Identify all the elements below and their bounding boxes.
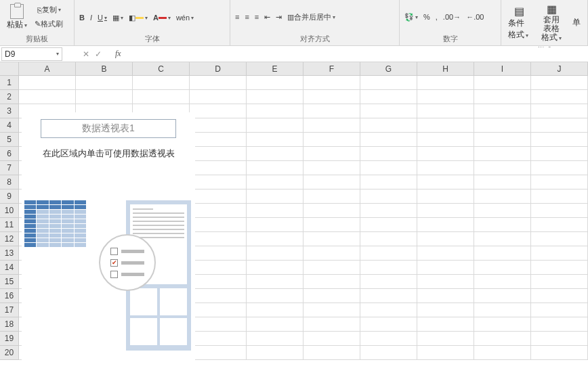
cell[interactable] — [417, 332, 474, 346]
cell[interactable] — [474, 161, 531, 175]
cell[interactable] — [190, 204, 247, 218]
row-header-14[interactable]: 14 — [0, 261, 19, 275]
cell[interactable] — [417, 246, 474, 261]
decrease-decimal-button[interactable]: ←.00 — [464, 10, 486, 24]
row-header-16[interactable]: 16 — [0, 289, 19, 303]
cell[interactable] — [303, 76, 360, 90]
cell[interactable] — [474, 104, 531, 118]
cell[interactable] — [417, 189, 474, 204]
cell[interactable] — [417, 289, 474, 303]
formula-input[interactable] — [121, 47, 588, 61]
cell[interactable] — [417, 147, 474, 161]
cell[interactable] — [360, 133, 417, 147]
row-header-8[interactable]: 8 — [0, 175, 19, 189]
cell[interactable] — [190, 346, 247, 360]
cell[interactable] — [360, 246, 417, 261]
col-header-C[interactable]: C — [133, 62, 190, 76]
cell[interactable] — [247, 317, 303, 332]
cancel-formula-button[interactable]: ✕ — [83, 49, 89, 59]
cell[interactable] — [474, 189, 531, 204]
cell[interactable] — [303, 90, 360, 104]
cell[interactable] — [417, 261, 474, 275]
cell[interactable] — [531, 104, 588, 118]
cell[interactable] — [360, 147, 417, 161]
copy-button[interactable]: ⎘ 复制▾ — [33, 3, 65, 17]
cell[interactable] — [360, 317, 417, 332]
row-header-3[interactable]: 3 — [0, 104, 19, 118]
cell[interactable] — [303, 161, 360, 175]
cell[interactable] — [303, 147, 360, 161]
name-box[interactable]: D9 ▾ — [1, 47, 62, 61]
cell[interactable] — [531, 261, 588, 275]
cell[interactable] — [474, 317, 531, 332]
col-header-E[interactable]: E — [247, 62, 303, 76]
cell[interactable] — [474, 90, 531, 104]
row-header-7[interactable]: 7 — [0, 161, 19, 175]
cell[interactable] — [360, 261, 417, 275]
cell[interactable] — [360, 189, 417, 204]
cell[interactable] — [417, 218, 474, 232]
row-header-4[interactable]: 4 — [0, 118, 19, 133]
cell[interactable] — [190, 104, 247, 118]
col-header-I[interactable]: I — [474, 62, 531, 76]
cell[interactable] — [531, 303, 588, 317]
cell[interactable] — [474, 175, 531, 189]
cell[interactable] — [19, 90, 76, 104]
cell[interactable] — [247, 90, 303, 104]
cell[interactable] — [474, 118, 531, 133]
increase-decimal-button[interactable]: .00→ — [441, 10, 463, 24]
row-header-2[interactable]: 2 — [0, 90, 19, 104]
cell[interactable] — [247, 189, 303, 204]
col-header-D[interactable]: D — [190, 62, 247, 76]
row-header-17[interactable]: 17 — [0, 303, 19, 317]
cell[interactable] — [417, 118, 474, 133]
cell[interactable] — [303, 104, 360, 118]
cell[interactable] — [360, 232, 417, 246]
cell[interactable] — [190, 261, 247, 275]
cell[interactable] — [474, 346, 531, 360]
indent-increase-button[interactable]: ⇥ — [274, 10, 284, 24]
cell[interactable] — [531, 218, 588, 232]
cell[interactable] — [247, 133, 303, 147]
row-header-20[interactable]: 20 — [0, 346, 19, 360]
cell[interactable] — [190, 189, 247, 204]
row-header-12[interactable]: 12 — [0, 232, 19, 246]
cell[interactable] — [531, 189, 588, 204]
row-header-18[interactable]: 18 — [0, 317, 19, 332]
row-header-15[interactable]: 15 — [0, 275, 19, 289]
cell[interactable] — [190, 147, 247, 161]
cell[interactable] — [474, 204, 531, 218]
merge-center-button[interactable]: ▥ 合并后居中▾ — [285, 10, 337, 24]
cell[interactable] — [303, 118, 360, 133]
cell[interactable] — [417, 275, 474, 289]
cell[interactable] — [417, 317, 474, 332]
cell[interactable] — [474, 147, 531, 161]
single-button[interactable]: 单 — [568, 16, 585, 30]
cell[interactable] — [417, 204, 474, 218]
cell[interactable] — [474, 303, 531, 317]
cell[interactable] — [303, 189, 360, 204]
font-color-button[interactable]: A▾ — [151, 11, 173, 24]
comma-button[interactable]: , — [434, 10, 440, 24]
percent-button[interactable]: % — [421, 10, 432, 24]
cell[interactable] — [303, 317, 360, 332]
cell[interactable] — [190, 317, 247, 332]
underline-button[interactable]: U▾ — [96, 11, 109, 24]
cell[interactable] — [417, 175, 474, 189]
cell[interactable] — [474, 133, 531, 147]
cell[interactable] — [360, 218, 417, 232]
cell[interactable] — [303, 346, 360, 360]
cell[interactable] — [247, 161, 303, 175]
cell[interactable] — [360, 175, 417, 189]
cell[interactable] — [531, 289, 588, 303]
cell[interactable] — [190, 218, 247, 232]
cell[interactable] — [531, 317, 588, 332]
cell[interactable] — [360, 332, 417, 346]
cell[interactable] — [474, 246, 531, 261]
pivot-table-placeholder[interactable]: 数据透视表1 在此区域内单击可使用数据透视表 — [22, 112, 195, 369]
cell[interactable] — [247, 104, 303, 118]
row-header-6[interactable]: 6 — [0, 147, 19, 161]
cell[interactable] — [247, 76, 303, 90]
border-button[interactable]: ▦▾ — [110, 11, 125, 24]
row-header-1[interactable]: 1 — [0, 76, 19, 90]
